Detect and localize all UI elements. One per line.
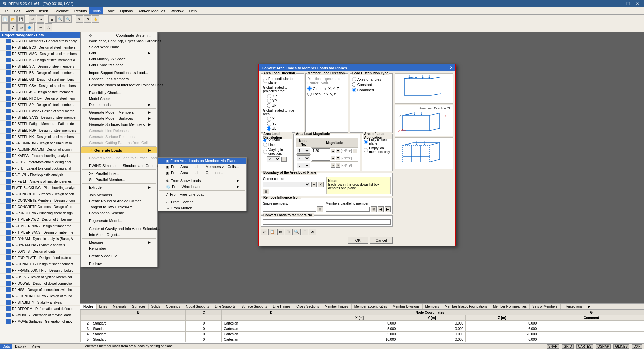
tab-solids[interactable]: Solids (149, 304, 163, 309)
ldt-combined-radio[interactable] (352, 88, 356, 92)
tb-surface[interactable]: ▭ (17, 23, 25, 31)
ctx-gen-model-members[interactable]: Generate Model - Members ▶ (81, 109, 157, 115)
parallel-members-nav-prev[interactable]: ◀ (378, 206, 384, 212)
ctx-join-members[interactable]: Join Members... (81, 192, 157, 198)
magnitude-row-1-input[interactable] (312, 148, 330, 153)
tab-materials[interactable]: Materials (110, 304, 129, 309)
nav-item[interactable]: RF-KAPPA - Flexural buckling analysis (0, 153, 80, 159)
magnitude-row-2-input[interactable] (312, 156, 330, 161)
magnitude-row-3-down[interactable]: ▼ (336, 163, 340, 168)
nav-item[interactable]: RF-MOVE-Surfaces - Generation of mov (0, 318, 80, 325)
mld-global-radio[interactable] (307, 86, 312, 91)
parallel-members-input[interactable] (326, 207, 370, 212)
corner-codes-row[interactable]: + ✕ (263, 182, 324, 187)
ald2-varying-radio[interactable] (263, 150, 267, 154)
submenu-from-motion[interactable]: ↔ From Motion... (158, 205, 246, 211)
tb-support[interactable]: △ (45, 23, 52, 31)
ctx-extrude[interactable]: Extrude ▶ (81, 184, 157, 190)
ala-empty-radio[interactable] (364, 148, 368, 152)
tb-new[interactable]: 📄 (1, 15, 9, 23)
ctx-parallel-member[interactable]: Set Parallel Member... (81, 177, 157, 183)
magnitude-row-3-up[interactable]: ▲ (331, 163, 335, 168)
nav-item[interactable]: RF-STEEL HK - Design of steel members (0, 134, 80, 140)
nav-item[interactable]: RF-EL-PL - Elastic-plastic analysis (0, 172, 80, 178)
nav-item[interactable]: RF-DSTV - Design of typified I-beam cor (0, 274, 80, 280)
ctx-renumber[interactable]: Renumber (81, 245, 157, 251)
ctx-redraw[interactable]: Redraw (81, 261, 157, 267)
menu-edit[interactable]: Edit (11, 7, 23, 14)
ald-zp-radio[interactable] (267, 103, 271, 108)
status-right-items[interactable]: SNAP GRID CARTES OSNAP GLINES DXF (547, 344, 642, 349)
nav-item[interactable]: RF-LTB - Lateral-torsional buckling anal (0, 165, 80, 172)
magnitude-row-3-input[interactable] (312, 163, 330, 168)
menu-insert[interactable]: Insert (36, 7, 51, 14)
ldt-axes-radio[interactable] (352, 77, 356, 81)
nav-item[interactable]: RF-STEEL AS - Design of steel members (0, 89, 80, 95)
ctx-create-video[interactable]: Create Video File... (81, 253, 157, 259)
magnitude-row-2-node-select[interactable]: 2: (297, 155, 310, 161)
menu-options[interactable]: Options (117, 7, 136, 14)
magnitude-row-2-down[interactable]: ▼ (336, 156, 340, 160)
tb-line[interactable]: ╱ (9, 23, 17, 31)
mld-options[interactable]: Global in X, Y, Z Local in x, y, z (307, 86, 346, 96)
status-cartes[interactable]: CARTES (576, 344, 593, 349)
submenu-from-free-line[interactable]: ╱ From Free Line Load... (158, 191, 246, 197)
dialog-buttons[interactable]: OK Cancel (261, 237, 393, 244)
nav-item[interactable]: RF-STEEL SIA - Design of steel members (0, 63, 80, 70)
submenu-from-area-via-cells[interactable]: ▣ From Area Loads on Members via Cells..… (158, 164, 246, 170)
nav-item[interactable]: RF-CONCRETE Columns - Design of co (0, 204, 80, 210)
tab-bar[interactable]: Nodes Lines Materials Surfaces Solids Op… (80, 304, 644, 310)
ctx-coordinate-system[interactable]: ✛ Coordinate System... (81, 32, 157, 38)
nav-item[interactable]: RF-STEEL CSA - Design of steel members (0, 83, 80, 89)
tab-member-hinges[interactable]: Member Hinges (322, 304, 352, 309)
nav-item[interactable]: RF-STEEL EC3 - Design of steel members (0, 44, 80, 51)
magnitude-row-1-down[interactable]: ▼ (336, 149, 340, 153)
menu-bar[interactable]: File Edit View Insert Calculate Results … (0, 7, 644, 15)
tab-member-elastic-foundations[interactable]: Member Elastic Foundations (442, 304, 490, 309)
ald2-linear-row[interactable]: Linear (263, 143, 290, 147)
tab-lines[interactable]: Lines (97, 304, 110, 309)
submenu-from-snow[interactable]: ❄ From Snow Loads ▶ (158, 178, 246, 184)
magnitude-row-1-node-select[interactable]: 1: (297, 148, 310, 154)
ald-zp-row[interactable]: ZP (267, 103, 302, 108)
dlg-tb-btn-3[interactable]: ▭ (277, 229, 284, 235)
nav-item[interactable]: RF-CONCRETE Members - Design of con (0, 197, 80, 204)
tb-print[interactable]: 🖨 (48, 15, 56, 23)
dlg-tb-btn-1[interactable]: ⊕ (261, 229, 267, 235)
menu-window[interactable]: Window (168, 7, 186, 14)
convert-loads-content[interactable] (263, 219, 391, 225)
ctx-gen-model-surfaces[interactable]: Generate Model - Surfaces ▶ (81, 115, 157, 121)
ctx-grid-multiply[interactable]: Grid Multiply 2x Space (81, 56, 157, 62)
tab-scroll-right[interactable]: ▶ (585, 304, 593, 309)
tab-surfaces[interactable]: Surfaces (129, 304, 148, 309)
nav-item[interactable]: RF-CONNECT - Design of shear connect (0, 261, 80, 267)
ctx-center-gravity[interactable]: Center of Gravity and Info About Selecte… (81, 226, 157, 232)
tb-open[interactable]: 📂 (9, 15, 17, 23)
nav-item[interactable]: RF-END-PLATE - Design of end plate co (0, 255, 80, 261)
parallel-members-nav-next[interactable]: ▶ (385, 206, 391, 212)
ldt-options[interactable]: Axes of angles Constant Combined (352, 77, 391, 92)
ctx-plausibility[interactable]: Plausibility Check... (81, 90, 157, 96)
single-members-pick-btn[interactable]: ⊞ (317, 206, 323, 212)
status-dxf[interactable]: DXF (632, 344, 642, 349)
cancel-button[interactable]: Cancel (370, 237, 393, 244)
ala-empty-row[interactable]: Empty, on members only (364, 146, 391, 154)
nav-item[interactable]: RF-STEEL AISC - Design of steel members (0, 51, 80, 57)
menu-view[interactable]: View (23, 7, 37, 14)
ald-projected-options[interactable]: XP YP ZP (267, 94, 302, 108)
tb-node[interactable]: · (1, 23, 9, 31)
submenu-from-coating[interactable]: ▭ From Coating... (158, 199, 246, 205)
nav-item[interactable]: RF-STEEL Fatigue Members - Fatigue de (0, 121, 80, 127)
tb-redo[interactable]: ↪ (37, 15, 44, 23)
ala-fully-closed-radio[interactable] (364, 140, 368, 144)
ctx-grid-divide[interactable]: Grid Divide 2x Space (81, 62, 157, 68)
nav-item[interactable]: RF-DYNAM Pro - Dynamic analysis (0, 242, 80, 248)
ctx-info-object[interactable]: Info About Object... (81, 232, 157, 238)
tab-member-nonlinearities[interactable]: Member Nonlinearities (490, 304, 530, 309)
nav-item[interactable]: RF-MOVE - Generation of moving loads (0, 312, 80, 318)
ald2-varying-axis-select[interactable]: ZXY (267, 156, 280, 162)
tb-save[interactable]: 💾 (17, 15, 25, 23)
tab-line-hinges[interactable]: Line Hinges (270, 304, 294, 309)
nav-tabs[interactable]: Data Display Views (0, 343, 80, 349)
nav-tab-data[interactable]: Data (0, 344, 12, 349)
